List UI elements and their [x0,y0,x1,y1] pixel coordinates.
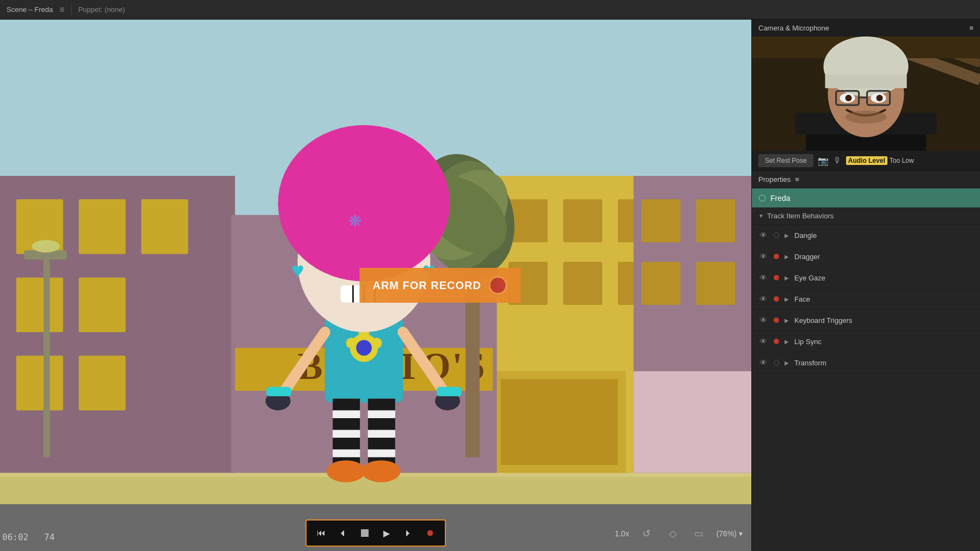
behavior-item[interactable]: 👁▶Eye Gaze [752,267,980,289]
visibility-eye-icon[interactable]: 👁 [758,315,768,325]
svg-point-42 [356,340,372,356]
expand-arrow-icon[interactable]: ▶ [785,317,789,323]
behavior-name: Keyboard Triggers [794,316,973,325]
zoom-display[interactable]: (76%) ▾ [716,529,743,538]
expand-arrow-icon[interactable]: ▶ [785,360,789,366]
svg-point-103 [846,95,852,101]
expand-arrow-icon[interactable]: ▶ [785,275,789,281]
zoom-value: (76%) [716,529,737,538]
svg-rect-8 [16,278,63,332]
track-behaviors-label: Track Item Behaviors [767,212,834,220]
stop-button[interactable] [354,523,375,543]
camera-controls-row: Set Rest Pose 📷 🎙 Audio Level Too Low [752,151,980,170]
camera-person-svg [752,36,980,151]
record-dot[interactable] [774,339,779,344]
expand-arrow-icon[interactable]: ▶ [785,339,789,345]
frame-count: 74 [44,532,54,542]
behavior-name: Lip Sync [794,338,973,346]
record-button[interactable]: ⏺ [420,523,440,543]
behavior-list: 👁▶Dangle👁▶Dragger👁▶Eye Gaze👁▶Face👁▶Keybo… [752,225,980,551]
audio-level-warning: Audio Level Too Low [846,156,914,165]
svg-rect-11 [79,356,126,410]
svg-rect-28 [696,262,735,305]
svg-rect-48 [333,418,360,430]
behavior-name: Dragger [794,253,973,261]
behavior-name: Dangle [794,231,973,240]
skip-back-button[interactable]: ⏮ [311,523,332,543]
play-button[interactable]: ▶ [376,523,397,543]
visibility-eye-icon[interactable]: 👁 [758,294,768,304]
camera-menu-icon[interactable]: ≡ [969,24,973,32]
set-rest-pose-button[interactable]: Set Rest Pose [758,154,813,167]
puppet-row: ⬡ Freda [752,188,980,207]
transport-bar: ⏮ ⏴ ▶ ⏵ ⏺ [305,519,446,547]
mic-icon: 🎙 [833,156,842,166]
visibility-eye-icon[interactable]: 👁 [758,336,768,346]
arm-record-dot-wrapper [488,276,507,295]
svg-rect-47 [333,399,360,411]
visibility-eye-icon[interactable]: 👁 [758,230,768,240]
collapse-arrow: ▼ [758,213,764,219]
camera-icon: 📷 [818,156,829,166]
svg-text:❋: ❋ [348,212,362,230]
zoom-chevron: ▾ [739,529,743,538]
behavior-item[interactable]: 👁▶Dragger [752,246,980,267]
properties-title: Properties [758,175,791,183]
refresh-button[interactable]: ↺ [638,525,656,542]
visibility-eye-icon[interactable]: 👁 [758,358,768,368]
svg-rect-27 [641,262,681,305]
timecode: 06:02 [2,532,28,542]
behavior-item[interactable]: 👁▶Lip Sync [752,331,980,352]
behavior-item[interactable]: 👁▶Transform [752,352,980,374]
camera-panel: Camera & Microphone ≡ [752,20,980,171]
behavior-item[interactable]: 👁▶Keyboard Triggers [752,310,980,331]
behavior-name: Face [794,295,973,303]
svg-rect-10 [16,356,63,410]
right-controls: 1.0x ↺ ◇ ▭ (76%) ▾ [615,525,743,542]
record-dot[interactable] [774,232,779,238]
scene-menu-icon[interactable]: ≡ [59,5,64,15]
svg-rect-12 [44,254,50,457]
scene-title: Scene – Freda [7,5,53,14]
record-dot[interactable] [774,296,779,302]
track-behaviors-header[interactable]: ▼ Track Item Behaviors [752,207,980,225]
svg-point-44 [371,338,382,348]
expand-arrow-icon[interactable]: ▶ [785,296,789,302]
behavior-item[interactable]: 👁▶Dangle [752,225,980,246]
arm-for-record-button[interactable]: ARM FOR RECORD [359,268,520,303]
svg-rect-62 [266,387,291,396]
behavior-name: Eye Gaze [794,274,973,282]
main-layout: BENITO'S [0,20,980,551]
camera-feed [752,36,980,151]
record-dot[interactable] [774,360,779,365]
puppet-icon: ⬡ [758,193,766,203]
properties-menu-icon[interactable]: ≡ [795,175,799,183]
stage-canvas: BENITO'S [0,20,751,551]
svg-rect-6 [79,199,126,254]
record-dot[interactable] [774,275,779,280]
record-dot[interactable] [774,254,779,259]
right-panel: Camera & Microphone ≡ [751,20,980,551]
properties-panel: Properties ≡ ⬡ Freda ▼ Track Item Behavi… [752,171,980,551]
behavior-name: Transform [794,359,973,367]
svg-rect-49 [333,438,360,450]
expand-arrow-icon[interactable]: ▶ [785,254,789,260]
svg-point-45 [346,338,357,348]
svg-rect-26 [696,199,735,242]
step-forward-button[interactable]: ⏵ [398,523,419,543]
visibility-eye-icon[interactable]: 👁 [758,273,768,283]
record-dot[interactable] [774,317,779,323]
3d-view-button[interactable]: ◇ [664,525,682,542]
visibility-eye-icon[interactable]: 👁 [758,252,768,261]
audio-level-text: Too Low [890,157,914,164]
divider [71,4,72,15]
expand-arrow-icon[interactable]: ▶ [785,232,789,238]
svg-rect-53 [368,418,395,430]
top-bar: Scene – Freda ≡ Puppet: (none) [0,0,980,20]
behavior-item[interactable]: 👁▶Face [752,289,980,310]
scene-area: BENITO'S [0,20,751,551]
svg-rect-25 [641,199,681,242]
svg-rect-52 [368,399,395,411]
frame-button[interactable]: ▭ [690,525,708,542]
step-back-button[interactable]: ⏴ [333,523,353,543]
